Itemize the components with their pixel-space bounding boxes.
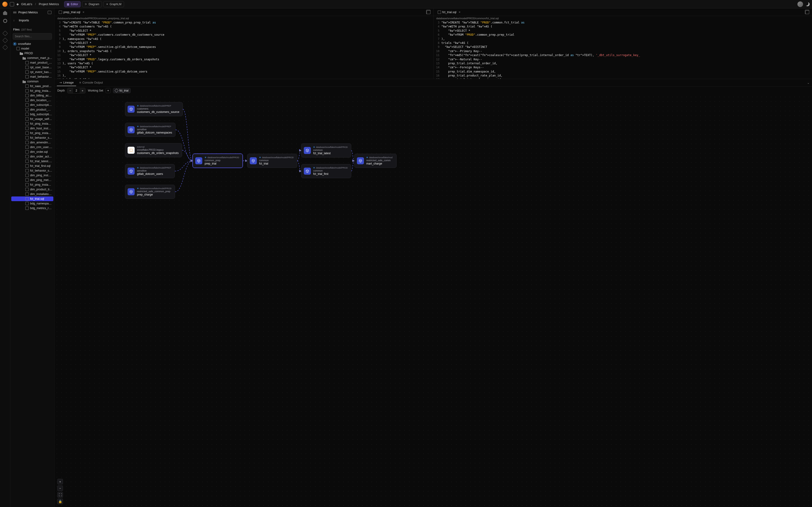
- node-schema: snowflake.PROD.legacy: [137, 148, 179, 151]
- brand-logo[interactable]: [2, 2, 7, 7]
- tree-item[interactable]: dim_crm_user.sql: [10, 145, 54, 150]
- tree-item[interactable]: fct_ping_instance_...: [10, 131, 54, 135]
- tree-item[interactable]: bdg_namespace_o...: [10, 201, 54, 206]
- lineage-node[interactable]: external snowflake.PROD.legacy customers…: [125, 143, 182, 157]
- settings-icon[interactable]: [3, 18, 8, 23]
- theme-toggle-icon[interactable]: [805, 2, 810, 6]
- tree-item[interactable]: dim_product_tier.sql: [10, 187, 54, 192]
- zoom-in[interactable]: +: [57, 479, 63, 485]
- tree-item[interactable]: common_mart_prod...: [10, 56, 54, 60]
- tree-label: model: [21, 47, 29, 50]
- tree-item[interactable]: dim_amendment.sql: [10, 140, 54, 145]
- tree-item[interactable]: dim_billing_accou...: [10, 93, 54, 98]
- tree-item[interactable]: dim_order.sql: [10, 150, 54, 154]
- copy-icon[interactable]: [427, 10, 430, 14]
- tree-label: snowflake: [18, 42, 31, 46]
- tree-item[interactable]: dim_product_detai...: [10, 107, 54, 112]
- search-input[interactable]: [13, 33, 52, 40]
- tree-item[interactable]: fct_ping_instance_...: [10, 89, 54, 93]
- file-icon: [26, 66, 29, 69]
- db-icon-2[interactable]: [2, 38, 8, 43]
- tree-item[interactable]: rpt_user_based_m...: [10, 65, 54, 70]
- home-icon[interactable]: [3, 11, 7, 15]
- tree-label: dim_product_tier.sql: [30, 188, 52, 191]
- collapse-panel-icon[interactable]: ⌄: [807, 81, 810, 84]
- tree-item[interactable]: dim_ping_metric.sql: [10, 178, 54, 182]
- tree-item[interactable]: fct_usage_self_ma...: [10, 117, 54, 121]
- tree-item[interactable]: dim_host_instance...: [10, 126, 54, 131]
- add-working-set[interactable]: +: [105, 88, 111, 93]
- working-set-pill[interactable]: fct_trial: [113, 88, 131, 93]
- tree-item[interactable]: fct_trial.sql: [11, 196, 53, 201]
- tree-item[interactable]: dim_ping_instance...: [10, 173, 54, 178]
- tree-item[interactable]: model: [10, 46, 54, 51]
- editor-tab[interactable]: prep_trial.sql×: [56, 9, 87, 15]
- editor-tab[interactable]: fct_trial.sql×: [436, 9, 463, 15]
- mode-editor[interactable]: ▦Editor: [64, 1, 81, 7]
- tree-item[interactable]: dim_subscription.sql: [10, 103, 54, 107]
- mode-diagram[interactable]: ⚞Diagram: [82, 1, 102, 7]
- lineage-node[interactable]: database/snowflake/model/PROD common fct…: [247, 154, 297, 168]
- lineage-node[interactable]: database/snowflake/model/PREP sensitive …: [125, 164, 175, 178]
- file-icon: [26, 141, 29, 144]
- zoom-out[interactable]: −: [57, 486, 63, 491]
- tree-item[interactable]: common: [10, 79, 54, 84]
- copy-icon[interactable]: [805, 10, 809, 14]
- tree-item[interactable]: snowflake: [10, 42, 54, 46]
- panel-toggle-icon[interactable]: [10, 2, 14, 6]
- file-icon: [26, 103, 29, 107]
- lineage-node[interactable]: database/snowflake/model/PREP sensitive …: [125, 123, 175, 137]
- lineage-node[interactable]: database/snowflake/model/PROD common_pre…: [193, 154, 243, 168]
- zoom-lock[interactable]: 🔒: [57, 499, 63, 504]
- depth-plus[interactable]: +: [80, 88, 85, 93]
- lineage-node[interactable]: database/snowflake/mod restricted_safe_c…: [354, 154, 397, 168]
- tree-item[interactable]: bdg_metrics_redis...: [10, 206, 54, 211]
- tree-item[interactable]: bdg_subscription_...: [10, 112, 54, 117]
- tree-item[interactable]: fct_ping_instance_...: [10, 182, 54, 187]
- db-icon[interactable]: [2, 31, 8, 36]
- file-icon: [26, 192, 29, 196]
- tree-item[interactable]: fct_ping_instance_...: [10, 121, 54, 126]
- close-icon[interactable]: ×: [83, 10, 85, 14]
- tree-item[interactable]: mart_product_usa...: [10, 60, 54, 65]
- depth-stepper[interactable]: − 2 +: [67, 88, 86, 94]
- panel-icon[interactable]: [48, 11, 51, 14]
- tree-item[interactable]: dim_installation.sql: [10, 192, 54, 196]
- tree-item[interactable]: rpt_event_based_...: [10, 70, 54, 74]
- tab-lineage[interactable]: ⇢ Lineage: [57, 79, 76, 86]
- close-icon[interactable]: ×: [459, 10, 460, 14]
- tree-item[interactable]: fct_trial_latest.sql: [10, 159, 54, 164]
- node-name: prep_trial: [205, 162, 239, 165]
- lineage-node[interactable]: database/snowflake/model/PROD restricted…: [125, 185, 175, 199]
- project-name[interactable]: Project Metrics: [39, 2, 59, 6]
- lineage-node[interactable]: database/snowflake/model/PREP customers …: [125, 102, 183, 116]
- lineage-node[interactable]: database/snowflake/model/PROD common fct…: [301, 144, 351, 158]
- list-icon: [13, 11, 16, 14]
- file-icon: [26, 61, 29, 64]
- tree-item[interactable]: fct_trial_first.sql: [10, 164, 54, 168]
- tree-item[interactable]: dim_order_action.sql: [10, 154, 54, 159]
- file-icon: [26, 108, 29, 111]
- files-count: (187 files): [21, 28, 32, 31]
- file-icon: [26, 207, 29, 210]
- tree-item[interactable]: fct_behavior_struc...: [10, 135, 54, 140]
- db-icon-3[interactable]: [2, 45, 8, 50]
- tree-item[interactable]: fct_behavior_struc...: [10, 168, 54, 173]
- user-avatar[interactable]: [798, 1, 803, 7]
- tree-item[interactable]: dim_location_coun...: [10, 98, 54, 103]
- imports-section[interactable]: Imports: [10, 16, 54, 24]
- mode-graphlm[interactable]: ✦GraphLM: [103, 1, 124, 7]
- tree-label: dim_order_action.sql: [30, 155, 52, 158]
- tree-item[interactable]: fct_saas_product_...: [10, 84, 54, 89]
- workspace-name[interactable]: GitLab's: [21, 2, 32, 6]
- tab-console[interactable]: ≡ Console Output: [77, 79, 105, 86]
- depth-minus[interactable]: −: [67, 88, 73, 93]
- zoom-fit[interactable]: ⛶: [57, 492, 63, 498]
- lineage-node[interactable]: database/snowflake/model/PROD common fct…: [301, 164, 351, 178]
- node-schema: customers: [137, 107, 179, 110]
- files-label: Files: [13, 28, 19, 31]
- tree-label: dim_order.sql: [30, 150, 48, 154]
- tree-item[interactable]: PROD: [10, 51, 54, 56]
- tree-item[interactable]: mart_behavior_str...: [10, 74, 54, 79]
- tree-label: dim_ping_instance...: [30, 174, 52, 177]
